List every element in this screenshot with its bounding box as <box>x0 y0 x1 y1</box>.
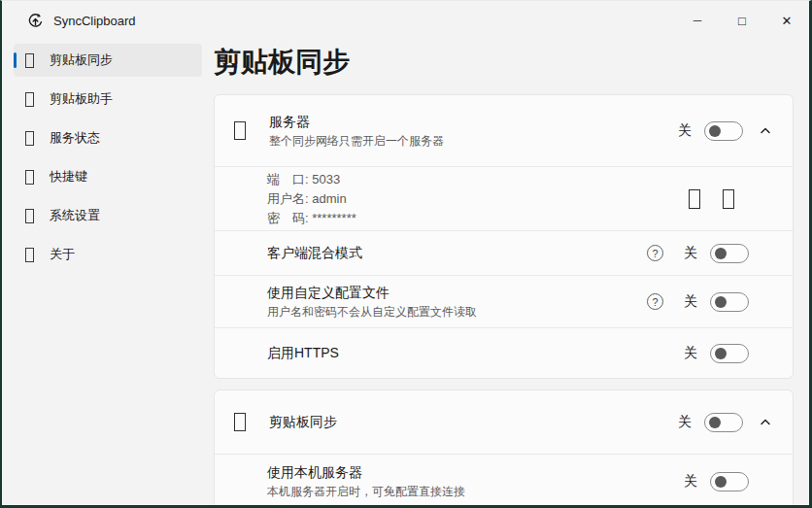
clipboard-sync-card: 剪贴板同步 关 使用本机服务器 本机服务器开启时，可免配置直接连接 <box>214 389 794 505</box>
detail-action-icon-2[interactable] <box>723 189 734 209</box>
sidebar-item-system-settings[interactable]: 系统设置 <box>14 199 202 232</box>
sidebar-item-clipboard-sync[interactable]: 剪贴板同步 <box>14 44 202 77</box>
use-local-server-title: 使用本机服务器 <box>267 463 684 482</box>
sync-app-icon <box>27 13 44 29</box>
app-window: SyncClipboard ─ □ ✕ 剪贴板同步 剪贴板助手 服务状态 <box>0 0 812 508</box>
main-content: 剪贴板同步 服务器 整个同步网络只需开启一个服务器 关 <box>214 40 809 505</box>
sidebar-item-label: 系统设置 <box>50 207 100 224</box>
server-expander-header[interactable]: 服务器 整个同步网络只需开启一个服务器 关 <box>215 95 793 166</box>
custom-config-row: 使用自定义配置文件 用户名和密码不会从自定义配置文件读取 ? 关 <box>215 275 793 327</box>
username-label: 用户名: <box>267 191 309 206</box>
sidebar-icon-system-settings <box>25 209 34 223</box>
sidebar-item-service-status[interactable]: 服务状态 <box>14 121 202 154</box>
sidebar-item-clipboard-assistant[interactable]: 剪贴板助手 <box>14 83 202 116</box>
toggle-knob <box>709 125 721 137</box>
enable-https-title: 启用HTTPS <box>267 344 684 362</box>
custom-config-subtitle: 用户名和密码不会从自定义配置文件读取 <box>267 304 647 320</box>
server-title: 服务器 <box>269 113 678 131</box>
toggle-knob <box>715 248 727 259</box>
server-toggle[interactable] <box>704 121 743 141</box>
sidebar-item-hotkeys[interactable]: 快捷键 <box>14 160 202 193</box>
title-bar: SyncClipboard ─ □ ✕ <box>2 1 809 40</box>
app-identity: SyncClipboard <box>2 13 136 29</box>
clipboard-sync-toggle[interactable] <box>704 413 743 432</box>
client-mixed-mode-toggle[interactable] <box>710 244 749 263</box>
detail-action-icon-1[interactable] <box>689 189 700 209</box>
custom-config-toggle[interactable] <box>710 292 749 312</box>
window-controls: ─ □ ✕ <box>675 1 809 40</box>
use-local-server-toggle[interactable] <box>710 472 749 491</box>
page-title: 剪贴板同步 <box>214 45 794 80</box>
port-label: 端 口: <box>267 172 309 186</box>
chevron-up-icon[interactable] <box>760 125 771 137</box>
clipboard-sync-icon <box>234 413 246 431</box>
custom-config-title: 使用自定义配置文件 <box>267 284 647 302</box>
use-local-server-subtitle: 本机服务器开启时，可免配置直接连接 <box>267 484 684 499</box>
sidebar: 剪贴板同步 剪贴板助手 服务状态 快捷键 系统设置 关于 <box>2 40 214 505</box>
username-line: 用户名: admin <box>267 189 689 209</box>
sidebar-item-label: 剪贴板助手 <box>50 90 113 108</box>
clipboard-sync-toggle-state-label: 关 <box>678 414 692 431</box>
sidebar-icon-service-status <box>25 131 34 146</box>
client-mixed-mode-title: 客户端混合模式 <box>267 244 647 262</box>
help-icon[interactable]: ? <box>647 293 663 310</box>
chevron-up-icon[interactable] <box>760 417 771 428</box>
client-mixed-mode-row: 客户端混合模式 ? 关 <box>215 230 793 275</box>
toggle-state-label: 关 <box>684 473 697 491</box>
enable-https-row: 启用HTTPS 关 <box>215 327 793 378</box>
sidebar-icon-clipboard-assistant <box>25 92 34 107</box>
clipboard-sync-expander-header[interactable]: 剪贴板同步 关 <box>215 390 793 454</box>
server-toggle-state-label: 关 <box>678 122 692 140</box>
password-label: 密 码: <box>267 211 309 225</box>
server-card: 服务器 整个同步网络只需开启一个服务器 关 端 <box>214 94 794 379</box>
toggle-knob <box>715 476 727 488</box>
toggle-knob <box>715 296 727 308</box>
toggle-state-label: 关 <box>684 245 697 262</box>
use-local-server-row: 使用本机服务器 本机服务器开启时，可免配置直接连接 关 <box>215 454 793 505</box>
toggle-state-label: 关 <box>684 345 697 362</box>
enable-https-toggle[interactable] <box>710 344 749 363</box>
server-subtitle: 整个同步网络只需开启一个服务器 <box>269 133 678 149</box>
close-button[interactable]: ✕ <box>764 1 809 40</box>
toggle-knob <box>715 348 727 359</box>
sidebar-icon-about <box>25 248 34 262</box>
app-title: SyncClipboard <box>53 14 136 28</box>
clipboard-sync-title: 剪贴板同步 <box>269 413 678 431</box>
sidebar-item-label: 快捷键 <box>50 168 87 186</box>
password-line: 密 码: ********* <box>267 209 689 228</box>
sidebar-icon-hotkeys <box>25 170 34 185</box>
port-value: 5033 <box>312 172 340 186</box>
sidebar-item-label: 关于 <box>50 246 75 263</box>
port-line: 端 口: 5033 <box>267 170 689 189</box>
server-connection-details: 端 口: 5033 用户名: admin 密 码: ********* <box>215 166 793 230</box>
sidebar-item-label: 服务状态 <box>50 129 100 147</box>
maximize-button[interactable]: □ <box>720 1 764 40</box>
sidebar-icon-clipboard-sync <box>25 53 34 68</box>
server-icon <box>234 121 246 140</box>
toggle-knob <box>709 417 721 428</box>
sidebar-item-label: 剪贴板同步 <box>50 51 113 69</box>
toggle-state-label: 关 <box>684 293 697 311</box>
sidebar-item-about[interactable]: 关于 <box>14 238 202 271</box>
username-value: admin <box>312 191 346 206</box>
password-value: ********* <box>312 211 356 225</box>
help-icon[interactable]: ? <box>647 245 663 261</box>
minimize-button[interactable]: ─ <box>675 1 720 40</box>
